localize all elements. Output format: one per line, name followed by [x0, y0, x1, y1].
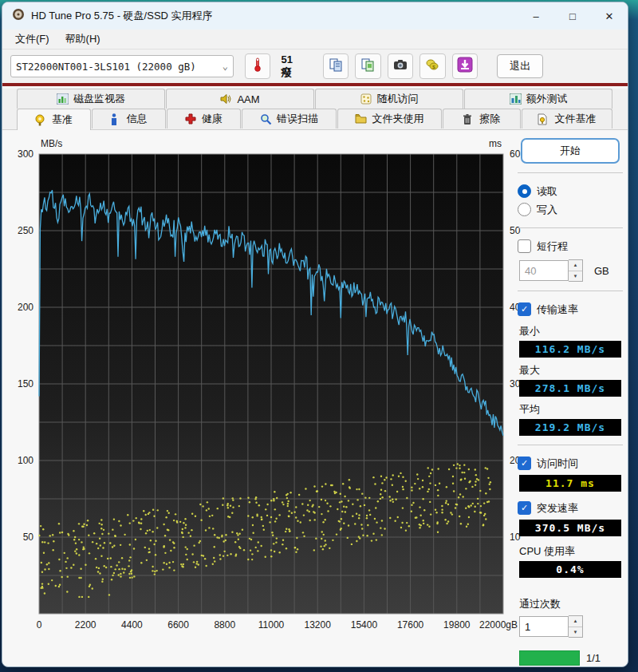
svg-text:250: 250 [18, 225, 33, 236]
svg-text:22000gB: 22000gB [479, 619, 518, 630]
copy-text-button[interactable] [323, 53, 349, 79]
divider [518, 445, 623, 445]
tab-file-benchmark[interactable]: 文件基准 [522, 109, 612, 128]
svg-text:2200: 2200 [75, 619, 96, 630]
stepper-up-icon[interactable]: ▲ [569, 616, 582, 627]
close-button[interactable]: ✕ [591, 2, 628, 30]
svg-text:50: 50 [23, 532, 34, 543]
tab-error-scan[interactable]: 错误扫描 [242, 109, 337, 128]
tab-folder-usage[interactable]: 文件夹使用 [337, 109, 441, 128]
burst-rate-value: 370.5 MB/s [519, 520, 621, 536]
read-option[interactable]: 读取 [518, 182, 623, 200]
thermometer-icon [253, 57, 262, 75]
menu-bar: 文件(F) 帮助(H) [2, 30, 628, 49]
update-button[interactable] [452, 53, 478, 79]
tab-info[interactable]: 信息 [92, 109, 166, 128]
tab-aam[interactable]: AAM [166, 89, 314, 109]
download-arrow-icon [457, 57, 473, 76]
min-value: 116.2 MB/s [519, 341, 621, 358]
svg-text:ms: ms [489, 138, 502, 149]
tab-random-access[interactable]: 随机访问 [315, 89, 463, 109]
folder-icon [355, 113, 367, 125]
register-button[interactable]: $ [419, 53, 446, 79]
disk-monitor-icon [57, 93, 69, 105]
svg-text:4400: 4400 [121, 619, 143, 630]
menu-help[interactable]: 帮助(H) [59, 30, 107, 48]
cpu-usage-label: CPU 使用率 [519, 544, 623, 559]
svg-text:200: 200 [18, 302, 33, 313]
max-label: 最大 [519, 363, 623, 378]
tab-benchmark[interactable]: 基准 [17, 109, 91, 130]
window-title: HD Tune Pro 5.75 - 硬盘/SSD 实用程序 [31, 9, 518, 23]
pass-count-label: 通过次数 [519, 597, 623, 611]
svg-text:13200: 13200 [305, 619, 332, 630]
stepper-down-icon[interactable]: ▼ [569, 271, 582, 282]
read-radio[interactable] [518, 184, 531, 198]
min-label: 最小 [519, 324, 623, 338]
divider [518, 172, 623, 173]
tab-disk-monitor[interactable]: 磁盘监视器 [17, 89, 165, 109]
access-time-value: 11.7 ms [519, 475, 621, 492]
start-button[interactable]: 开始 [521, 138, 620, 164]
drive-select[interactable]: ST22000NT001-3LS101 (22000 gB) ⌄ [10, 55, 234, 77]
title-bar: HD Tune Pro 5.75 - 硬盘/SSD 实用程序 – □ ✕ [2, 2, 628, 30]
tab-row-secondary: 磁盘监视器 AAM 随机访问 额外测试 [2, 89, 628, 109]
screenshot-button[interactable] [388, 53, 414, 79]
svg-text:6600: 6600 [167, 619, 189, 630]
tab-erase[interactable]: 擦除 [443, 109, 521, 128]
tab-health[interactable]: 健康 [167, 109, 241, 128]
avg-label: 平均 [519, 402, 623, 417]
menu-file[interactable]: 文件(F) [9, 30, 56, 48]
pass-count-stepper[interactable]: ▲▼ [569, 615, 583, 638]
file-benchmark-icon [538, 113, 549, 125]
tab-extra-tests[interactable]: 额外测试 [464, 89, 612, 109]
trash-icon [463, 113, 475, 125]
pass-count-input[interactable]: 1 [519, 616, 569, 637]
sidebar-controls: 开始 读取 写入 短行程 40 ▲▼ GB ✓ [518, 132, 623, 666]
progress-text: 1/1 [586, 652, 601, 664]
minimize-button[interactable]: – [518, 2, 554, 30]
tab-row-primary: 基准 信息 健康 错误扫描 文件夹使用 擦除 文件基准 [2, 109, 628, 130]
transfer-rate-option[interactable]: ✓ 传输速率 [518, 300, 623, 318]
copy-image-button[interactable] [355, 53, 381, 79]
random-access-icon [360, 93, 372, 105]
access-time-option[interactable]: ✓ 访问时间 [518, 454, 623, 472]
app-window: HD Tune Pro 5.75 - 硬盘/SSD 实用程序 – □ ✕ 文件(… [2, 2, 628, 667]
exit-button[interactable]: 退出 [497, 54, 543, 78]
magnifier-icon [260, 113, 272, 125]
svg-text:15400: 15400 [351, 619, 378, 630]
temperature-value: 51癈 [282, 53, 301, 80]
maximize-button[interactable]: □ [554, 2, 591, 30]
svg-text:8800: 8800 [214, 619, 235, 630]
copy-image-icon [360, 57, 375, 75]
toolbar: ST22000NT001-3LS101 (22000 gB) ⌄ 51癈 $ 退… [2, 49, 628, 83]
short-stroke-stepper[interactable]: ▲▼ [569, 259, 583, 282]
write-radio[interactable] [518, 203, 531, 216]
burst-rate-option[interactable]: ✓ 突发速率 [518, 499, 623, 517]
svg-text:17600: 17600 [397, 619, 424, 630]
progress-bar [519, 650, 580, 666]
transfer-rate-checkbox[interactable]: ✓ [518, 302, 531, 316]
svg-text:300: 300 [18, 148, 33, 160]
benchmark-chart-svg: MB/sms3002502001501005060504030201002200… [7, 133, 524, 644]
short-stroke-option[interactable]: 短行程 [518, 237, 623, 255]
benchmark-icon [35, 114, 47, 125]
access-time-checkbox[interactable]: ✓ [518, 457, 531, 470]
short-stroke-size-input[interactable]: 40 [519, 260, 569, 281]
chevron-down-icon: ⌄ [223, 61, 228, 72]
info-icon [110, 113, 122, 125]
write-option[interactable]: 写入 [518, 200, 623, 219]
cpu-usage-value: 0.4% [519, 561, 621, 578]
benchmark-panel: MB/sms3002502001501005060504030201002200… [2, 130, 628, 658]
short-stroke-checkbox[interactable] [518, 239, 531, 253]
temperature-button[interactable] [245, 53, 270, 79]
stepper-up-icon[interactable]: ▲ [569, 260, 582, 271]
burst-rate-checkbox[interactable]: ✓ [518, 501, 531, 515]
app-icon [12, 8, 25, 24]
extra-tests-icon [510, 93, 522, 105]
copy-text-icon [329, 57, 343, 75]
svg-text:150: 150 [18, 378, 33, 389]
max-value: 278.1 MB/s [519, 380, 621, 397]
stepper-down-icon[interactable]: ▼ [569, 627, 582, 638]
svg-text:11000: 11000 [258, 619, 285, 630]
